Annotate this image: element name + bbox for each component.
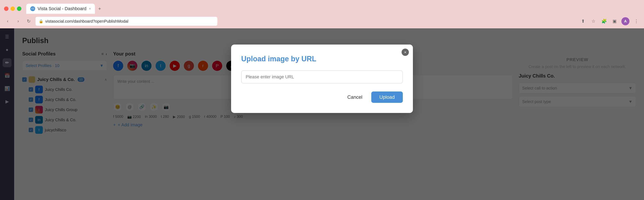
tab-close-button[interactable]: × xyxy=(89,7,91,11)
modal-overlay[interactable]: × Upload image by URL Cancel Upload xyxy=(0,28,644,200)
window-controls xyxy=(4,7,22,11)
address-bar[interactable]: 🔒 vistasocial.com/dashboard?openPublishM… xyxy=(36,17,217,26)
image-url-input[interactable] xyxy=(241,70,403,83)
share-icon[interactable]: ⬆ xyxy=(579,18,587,25)
nav-right-controls: ⬆ ☆ 🧩 ▣ A ⋮ xyxy=(579,17,640,25)
forward-button[interactable]: › xyxy=(14,18,22,25)
modal-actions: Cancel Upload xyxy=(241,91,403,103)
upload-button[interactable]: Upload xyxy=(371,91,403,103)
more-options-button[interactable]: ⋮ xyxy=(633,18,640,25)
user-avatar[interactable]: A xyxy=(622,17,630,25)
extensions-icon[interactable]: 🧩 xyxy=(600,18,608,25)
maximize-window-button[interactable] xyxy=(17,7,22,11)
cancel-button[interactable]: Cancel xyxy=(342,91,367,103)
lock-icon: 🔒 xyxy=(39,19,43,24)
back-button[interactable]: ‹ xyxy=(4,18,11,25)
nav-bar: ‹ › ↻ 🔒 vistasocial.com/dashboard?openPu… xyxy=(0,14,644,28)
upload-image-modal: × Upload image by URL Cancel Upload xyxy=(231,45,413,113)
tab-bar: VS Vista Social - Dashboard × + xyxy=(0,0,644,14)
bookmark-icon[interactable]: ☆ xyxy=(590,18,597,25)
tab-title: Vista Social - Dashboard xyxy=(38,6,86,11)
url-text: vistasocial.com/dashboard?openPublishMod… xyxy=(45,19,128,24)
modal-close-button[interactable]: × xyxy=(402,49,409,56)
new-tab-button[interactable]: + xyxy=(98,6,101,12)
tab-favicon: VS xyxy=(30,6,35,11)
app-content: ☰ ● ✏ 📅 📊 ▶ Publish Social Profiles ≡ ‹ … xyxy=(0,28,644,200)
reload-button[interactable]: ↻ xyxy=(25,18,32,25)
split-view-icon[interactable]: ▣ xyxy=(611,18,618,25)
browser-chrome: VS Vista Social - Dashboard × + ‹ › ↻ 🔒 … xyxy=(0,0,644,28)
close-window-button[interactable] xyxy=(4,7,8,11)
active-tab[interactable]: VS Vista Social - Dashboard × xyxy=(26,4,95,14)
minimize-window-button[interactable] xyxy=(10,7,15,11)
modal-title: Upload image by URL xyxy=(241,55,403,63)
